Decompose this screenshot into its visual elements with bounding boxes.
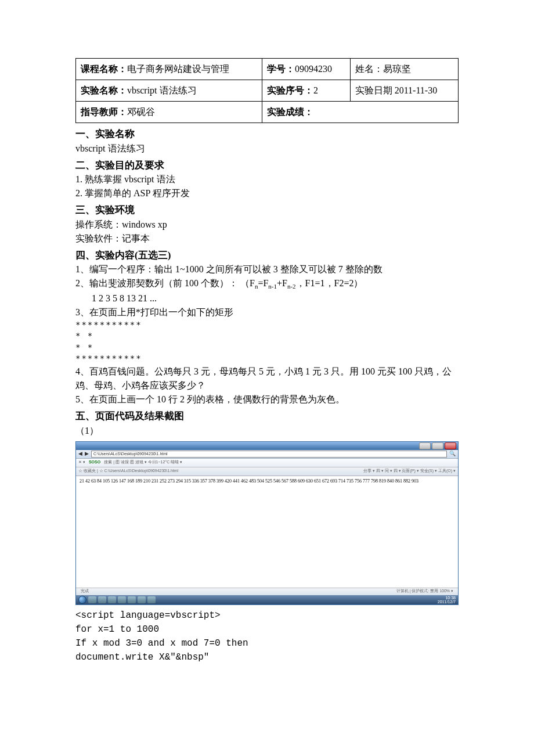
- cell-student-id: 学号：09094230: [262, 59, 350, 80]
- ie-search-toolbar: ✕ ▾ SOSO 搜索 | 图 读报 图 游戏 ▾ 今日1~12°C 晴晴 ▾: [76, 459, 458, 467]
- close-icon: [445, 442, 456, 449]
- label: 实验名称：: [81, 85, 127, 95]
- minimize-icon: [419, 442, 431, 449]
- q2-part: 2、输出斐波那契数列（前 100 个数）： （F: [75, 278, 255, 288]
- ie-page-output: 21 42 63 84 105 126 147 168 189 210 231 …: [76, 476, 458, 487]
- table-row: 实验名称：vbscript 语法练习 实验序号：2 实验日期 2011-11-3…: [76, 80, 459, 102]
- ie-status-bar: 完成 计算机 | 保护模式: 禁用 100% ▾: [76, 588, 458, 595]
- label: 课程名称：: [81, 64, 127, 74]
- q2-part: =F: [258, 278, 268, 288]
- taskbar-left: [78, 596, 156, 604]
- ie-screenshot: ◀ ▶ C:\Users\ALcS\Desktop\09094230\1.htm…: [75, 441, 459, 605]
- cell-score: 实验成绩：: [262, 102, 458, 123]
- cell-course: 课程名称：电子商务网站建设与管理: [76, 59, 262, 80]
- label: 实验日期: [355, 85, 395, 95]
- search-icon: 🔍: [449, 450, 456, 458]
- section-3-line-2: 实验软件：记事本: [75, 232, 459, 246]
- question-4: 4、百鸡百钱问题。公鸡每只 3 元，母鸡每只 5 元，小鸡 1 元 3 只。用 …: [75, 365, 459, 393]
- subscript: n-2: [287, 283, 296, 290]
- value: 电子商务网站建设与管理: [127, 64, 229, 74]
- favorites-label: ☆ 收藏夹 | ☆ C:\Users\ALcS\Desktop\09094230…: [78, 468, 178, 474]
- label: 学号：: [267, 64, 295, 74]
- star-row-mid: * *: [75, 342, 459, 354]
- ie-address-bar-row: ◀ ▶ C:\Users\ALcS\Desktop\09094230\1.htm…: [76, 450, 458, 459]
- taskbar-item-icon: [108, 596, 116, 603]
- search-hints: 搜索 | 图 读报 图 游戏 ▾ 今日1~12°C 晴晴 ▾: [104, 459, 182, 466]
- section-1-body: vbscript 语法练习: [75, 142, 459, 156]
- ie-titlebar: [76, 442, 458, 450]
- info-table: 课程名称：电子商务网站建设与管理 学号：09094230 姓名：易琼坚 实验名称…: [75, 58, 459, 123]
- clock-time: 10:38: [438, 596, 456, 600]
- status-right: 计算机 | 保护模式: 禁用 100% ▾: [396, 588, 453, 595]
- address-bar: C:\Users\ALcS\Desktop\09094230\1.html: [91, 451, 447, 458]
- cell-exp-number: 实验序号：2: [262, 80, 350, 102]
- code-line-4: document.write X&"&nbsp": [75, 652, 209, 663]
- taskbar-item-icon: [88, 596, 96, 603]
- section-3-line-1: 操作系统：windows xp: [75, 218, 459, 232]
- table-row: 指导教师：邓砚谷 实验成绩：: [76, 102, 459, 123]
- taskbar-item-icon: [138, 596, 146, 603]
- section-2-heading: 二、实验目的及要求: [75, 158, 459, 173]
- dropdown-icon: ✕ ▾: [78, 459, 85, 466]
- section-2-line-1: 1. 熟练掌握 vbscript 语法: [75, 172, 459, 186]
- soso-logo: SOSO: [89, 459, 100, 466]
- fibonacci-sequence: 1 2 3 5 8 13 21 ...: [75, 291, 459, 305]
- taskbar-right: 10:38 2011/12/7: [438, 596, 456, 604]
- ie-tabs-bar: ☆ 收藏夹 | ☆ C:\Users\ALcS\Desktop\09094230…: [76, 467, 458, 476]
- taskbar-item-icon: [118, 596, 126, 603]
- page-tools: 分享 ▾ 四 ▾ 同 ▾ 四 ▾ 页面(P) ▾ 安全(S) ▾ 工具(O) ▾: [363, 468, 456, 474]
- label: 姓名：: [355, 64, 383, 74]
- q2-part: +F: [277, 278, 287, 288]
- maximize-icon: [432, 442, 443, 449]
- cell-student-name: 姓名：易琼坚: [350, 59, 458, 80]
- question-3: 3、在页面上用*打印出一个如下的矩形: [75, 305, 459, 319]
- code-line-1: <script language=vbscript>: [75, 610, 221, 621]
- question-1: 1、编写一个程序：输出 1~1000 之间所有可以被 3 整除又可以被 7 整除…: [75, 262, 459, 276]
- status-left: 完成: [81, 588, 89, 595]
- taskbar-item-icon: [147, 596, 156, 603]
- taskbar-item-icon: [98, 596, 106, 603]
- section-2-line-2: 2. 掌握简单的 ASP 程序开发: [75, 186, 459, 200]
- value: vbscript 语法练习: [127, 85, 197, 95]
- star-row-top: ***********: [75, 319, 459, 331]
- section-1-heading: 一、实验名称: [75, 127, 459, 142]
- value: 09094230: [295, 64, 332, 74]
- value: 2011-11-30: [395, 85, 437, 95]
- cell-instructor: 指导教师：邓砚谷: [76, 102, 262, 123]
- clock-date: 2011/12/7: [438, 600, 456, 604]
- subsection-1: （1）: [75, 424, 459, 438]
- taskbar-clock: 10:38 2011/12/7: [438, 596, 456, 604]
- code-line-3: If x mod 3=0 and x mod 7=0 then: [75, 638, 248, 649]
- code-block: <script language=vbscript> for x=1 to 10…: [75, 609, 459, 664]
- cell-exp-date: 实验日期 2011-11-30: [350, 80, 458, 102]
- section-3-heading: 三、实验环境: [75, 203, 459, 218]
- nav-forward-icon: ▶: [85, 450, 89, 458]
- star-row-bottom: ***********: [75, 353, 459, 365]
- label: 实验成绩：: [267, 107, 313, 117]
- section-5-heading: 五、页面代码及结果截图: [75, 409, 459, 424]
- table-row: 课程名称：电子商务网站建设与管理 学号：09094230 姓名：易琼坚: [76, 59, 459, 80]
- label: 实验序号：: [267, 85, 313, 95]
- value: 易琼坚: [383, 64, 411, 74]
- start-orb-icon: [78, 596, 86, 604]
- nav-back-icon: ◀: [78, 450, 82, 458]
- value: 邓砚谷: [127, 107, 155, 117]
- windows-taskbar: 10:38 2011/12/7: [76, 595, 458, 604]
- star-row-mid: * *: [75, 330, 459, 342]
- value: 2: [313, 85, 318, 95]
- taskbar-item-icon: [128, 596, 136, 603]
- subscript: n-1: [268, 283, 277, 290]
- section-4-heading: 四、实验内容(五选三): [75, 248, 459, 263]
- question-5: 5、在页面上画一个 10 行 2 列的表格，使偶数行的背景色为灰色。: [75, 393, 459, 406]
- cell-exp-name: 实验名称：vbscript 语法练习: [76, 80, 262, 102]
- question-2: 2、输出斐波那契数列（前 100 个数）： （Fn=Fn-1+Fn-2，F1=1…: [75, 276, 459, 291]
- label: 指导教师：: [81, 107, 127, 117]
- code-line-2: for x=1 to 1000: [75, 624, 159, 635]
- q2-part: ，F1=1，F2=2）: [296, 278, 363, 288]
